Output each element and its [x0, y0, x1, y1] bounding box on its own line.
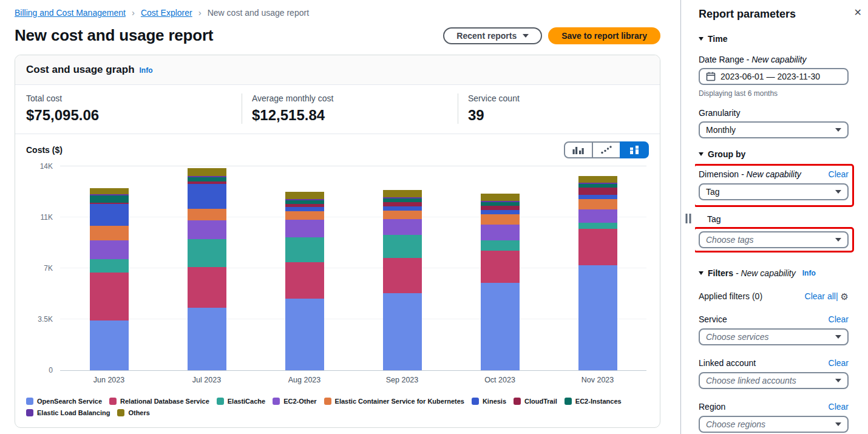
bar-segment-kinesis[interactable]	[578, 195, 617, 199]
legend-item-ec2-instances[interactable]: EC2-Instances	[565, 398, 622, 405]
chart-type-line-button[interactable]	[592, 141, 621, 158]
bar-segment-elasticache[interactable]	[383, 235, 422, 258]
filter-select-service[interactable]: Choose services	[699, 328, 849, 345]
bar-segment-relational-database-service[interactable]	[188, 267, 226, 308]
stacked-bar-aug-2023[interactable]	[285, 192, 324, 370]
dimension-clear-link[interactable]: Clear	[829, 169, 849, 179]
legend-item-elastic-container-service-for-kubernetes[interactable]: Elastic Container Service for Kubernetes	[324, 398, 464, 405]
bar-column	[60, 167, 158, 370]
dimension-select[interactable]: Tag	[699, 183, 849, 200]
save-to-report-library-button[interactable]: Save to report library	[548, 27, 660, 44]
clear-all-link[interactable]: Clear all|	[805, 291, 838, 301]
x-axis-tick-label: Aug 2023	[256, 371, 353, 384]
bar-segment-elastic-container-service-for-kubernetes[interactable]	[578, 199, 617, 209]
bar-segment-others[interactable]	[578, 176, 617, 183]
bar-segment-relational-database-service[interactable]	[383, 258, 422, 293]
bar-segment-opensearch-service[interactable]	[383, 293, 422, 370]
close-icon[interactable]: ✕	[854, 8, 862, 18]
legend-item-elastic-load-balancing[interactable]: Elastic Load Balancing	[26, 409, 110, 416]
recent-reports-button[interactable]: Recent reports	[443, 27, 542, 44]
legend-label: CloudTrail	[524, 398, 557, 405]
stacked-bar-sep-2023[interactable]	[383, 190, 422, 370]
bar-segment-relational-database-service[interactable]	[285, 262, 324, 299]
bar-segment-elastic-container-service-for-kubernetes[interactable]	[90, 226, 129, 240]
legend-item-others[interactable]: Others	[117, 409, 149, 416]
recent-reports-label: Recent reports	[456, 31, 517, 41]
bar-segment-others[interactable]	[481, 194, 520, 201]
legend-item-elasticache[interactable]: ElastiCache	[217, 398, 265, 405]
bar-segment-ec2-instances[interactable]	[90, 195, 129, 203]
breadcrumb-item-billing-and-cost-management[interactable]: Billing and Cost Management	[15, 8, 126, 18]
bar-segment-elasticache[interactable]	[90, 259, 129, 273]
bar-segment-kinesis[interactable]	[90, 204, 129, 226]
stacked-bar-nov-2023[interactable]	[578, 176, 617, 370]
bar-segment-ec2-other[interactable]	[481, 225, 520, 240]
stacked-bar-oct-2023[interactable]	[481, 194, 520, 370]
bar-segment-elasticache[interactable]	[578, 223, 617, 229]
info-link[interactable]: Info	[140, 66, 153, 75]
bar-segment-kinesis[interactable]	[285, 207, 324, 211]
section-time[interactable]: Time	[699, 34, 849, 44]
bar-segment-elasticache[interactable]	[481, 240, 520, 251]
section-group-by[interactable]: Group by	[699, 149, 849, 159]
split-panel-divider[interactable]	[680, 0, 695, 434]
stat-label: Service count	[468, 93, 639, 103]
bar-segment-opensearch-service[interactable]	[481, 283, 520, 370]
legend-item-kinesis[interactable]: Kinesis	[472, 398, 506, 405]
stacked-bar-jun-2023[interactable]	[90, 188, 129, 370]
bar-segment-cloudtrail[interactable]	[383, 202, 422, 206]
section-filters[interactable]: Filters - New capability Info	[699, 268, 849, 278]
bar-segment-ec2-other[interactable]	[188, 220, 226, 239]
bar-segment-ec2-other[interactable]	[383, 219, 422, 235]
filter-select-linked-account[interactable]: Choose linked accounts	[699, 372, 849, 389]
tag-select[interactable]: Choose tags	[699, 231, 849, 248]
bar-segment-elastic-container-service-for-kubernetes[interactable]	[383, 211, 422, 219]
bar-segment-opensearch-service[interactable]	[90, 320, 129, 370]
bar-segment-elastic-container-service-for-kubernetes[interactable]	[285, 211, 324, 220]
clear-link-region[interactable]: Clear	[829, 402, 849, 412]
bar-segment-ec2-instances[interactable]	[188, 177, 226, 181]
bar-segment-opensearch-service[interactable]	[285, 299, 324, 370]
breadcrumb-separator-icon: ›	[132, 7, 135, 18]
clear-link-service[interactable]: Clear	[829, 314, 849, 324]
bar-segment-kinesis[interactable]	[188, 184, 226, 209]
stacked-bar-jul-2023[interactable]	[188, 168, 226, 370]
date-range-input[interactable]: 2023-06-01 — 2023-11-30	[699, 68, 849, 85]
filters-info-link[interactable]: Info	[802, 269, 816, 277]
gear-icon[interactable]: ⚙	[841, 292, 849, 301]
bar-segment-elasticache[interactable]	[285, 237, 324, 262]
granularity-select[interactable]: Monthly	[699, 121, 849, 138]
bar-segment-ec2-other[interactable]	[90, 240, 129, 259]
bar-segment-ec2-other[interactable]	[285, 220, 324, 237]
legend-item-ec2-other[interactable]: EC2-Other	[273, 398, 316, 405]
bar-segment-opensearch-service[interactable]	[578, 265, 617, 370]
bar-segment-others[interactable]	[90, 188, 129, 194]
legend-item-relational-database-service[interactable]: Relational Database Service	[109, 398, 209, 405]
stat-value: 39	[468, 107, 639, 124]
filter-select-region[interactable]: Choose regions	[699, 416, 849, 433]
legend-item-cloudtrail[interactable]: CloudTrail	[514, 398, 557, 405]
cost-chart: 03.5K7K11K14K Jun 2023Jul 2023Aug 2023Se…	[26, 167, 649, 384]
bar-segment-kinesis[interactable]	[481, 210, 520, 214]
bar-segment-cloudtrail[interactable]	[578, 188, 617, 195]
chart-type-stacked-bar-button[interactable]	[620, 141, 649, 158]
bar-segment-others[interactable]	[383, 190, 422, 197]
bar-segment-kinesis[interactable]	[383, 206, 422, 211]
bar-segment-elastic-container-service-for-kubernetes[interactable]	[188, 209, 226, 220]
breadcrumb-item-cost-explorer[interactable]: Cost Explorer	[141, 8, 192, 18]
bar-segment-opensearch-service[interactable]	[188, 308, 226, 370]
bar-segment-others[interactable]	[188, 168, 226, 176]
bar-segment-others[interactable]	[285, 192, 324, 199]
bar-segment-elastic-container-service-for-kubernetes[interactable]	[481, 214, 520, 225]
bar-segment-elasticache[interactable]	[188, 239, 226, 267]
bar-segment-cloudtrail[interactable]	[481, 206, 520, 210]
chart-type-bar-button[interactable]	[564, 141, 593, 158]
bar-segment-relational-database-service[interactable]	[481, 251, 520, 283]
clear-link-linked-account[interactable]: Clear	[829, 358, 849, 368]
panel-title: Report parameters	[699, 8, 796, 21]
bar-segment-ec2-other[interactable]	[578, 209, 617, 223]
bar-segment-relational-database-service[interactable]	[578, 229, 617, 265]
legend-swatch	[109, 398, 117, 405]
bar-segment-relational-database-service[interactable]	[90, 273, 129, 320]
legend-item-opensearch-service[interactable]: OpenSearch Service	[26, 398, 102, 405]
